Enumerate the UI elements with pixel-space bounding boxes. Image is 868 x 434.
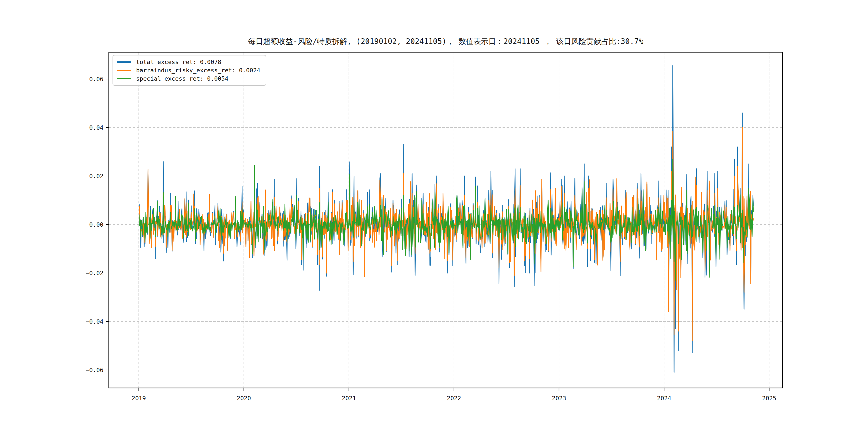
y-tick-label: 0.02 — [89, 173, 103, 180]
series-line-barraindus_risky_excess_ret — [139, 127, 753, 341]
legend-item-total-excess-ret: total_excess_ret: 0.0078 — [117, 58, 260, 66]
x-tick-label: 2021 — [342, 395, 356, 402]
y-tick-label: −0.06 — [86, 367, 103, 373]
x-tick-label: 2023 — [552, 395, 566, 402]
x-tick-label: 2024 — [657, 395, 671, 402]
y-tick-label: 0.00 — [89, 221, 103, 228]
legend-line-swatch-barraindus — [117, 70, 131, 71]
legend-label-special: special_excess_ret: 0.0054 — [136, 75, 228, 82]
legend-label-total: total_excess_ret: 0.0078 — [136, 59, 221, 65]
x-tick-label: 2019 — [132, 395, 146, 402]
x-tick-label: 2020 — [237, 395, 251, 402]
legend-line-swatch-total — [117, 61, 131, 63]
daily-excess-return-figure: 每日超额收益-风险/特质拆解, (20190102, 20241105)， 数值… — [0, 0, 868, 434]
y-axis-tick-labels: 0.060.040.020.00−0.02−0.04−0.06 — [86, 76, 103, 373]
x-tick-label: 2025 — [762, 395, 776, 402]
x-tick-label: 2022 — [447, 395, 461, 402]
y-tick-label: −0.02 — [86, 270, 103, 277]
series-lines — [139, 66, 753, 372]
legend: total_excess_ret: 0.0078 barraindus_risk… — [113, 55, 266, 86]
y-tick-label: 0.04 — [89, 124, 103, 131]
x-axis-tick-labels: 2019202020212022202320242025 — [132, 395, 776, 402]
legend-label-barraindus: barraindus_risky_excess_ret: 0.0024 — [136, 67, 260, 74]
legend-item-special-excess-ret: special_excess_ret: 0.0054 — [117, 74, 260, 83]
y-tick-label: 0.06 — [89, 76, 103, 83]
legend-item-barraindus-risky-excess-ret: barraindus_risky_excess_ret: 0.0024 — [117, 66, 260, 74]
y-tick-label: −0.04 — [86, 318, 103, 325]
legend-line-swatch-special — [117, 78, 131, 79]
